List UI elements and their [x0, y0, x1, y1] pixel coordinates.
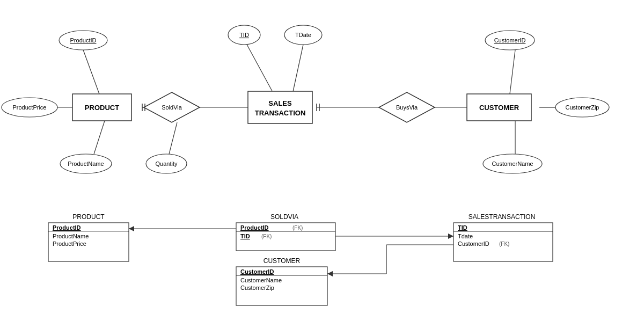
svg-line-5 — [169, 122, 177, 154]
tid-label: TID — [239, 32, 249, 38]
soldvia-tid: TID — [240, 233, 250, 239]
productprice-label: ProductPrice — [13, 104, 47, 111]
st-tdate: Tdate — [458, 233, 473, 239]
tdate-label: TDate — [295, 32, 311, 38]
productid-label: ProductID — [70, 37, 97, 43]
customer-table-title: CUSTOMER — [264, 257, 301, 265]
product-productname: ProductName — [53, 233, 89, 239]
customer-customerid: CustomerID — [240, 268, 274, 275]
soldvia-to-st-arrow — [448, 234, 453, 239]
product-productid: ProductID — [53, 224, 81, 231]
salestransaction-table-title: SALESTRANSACTION — [469, 213, 536, 221]
soldvia-productid: ProductID — [240, 224, 269, 231]
svg-line-2 — [94, 121, 105, 154]
customer-customerzip: CustomerZip — [240, 284, 274, 291]
soldvia-table-title: SOLDVIA — [270, 213, 298, 221]
product-entity-label: PRODUCT — [85, 104, 119, 112]
soldvia-to-product-arrow — [129, 226, 134, 231]
st-tid: TID — [458, 224, 467, 231]
er-diagram: ProductID ProductPrice ProductName TID T… — [0, 0, 644, 321]
svg-line-4 — [292, 45, 303, 94]
st-customerid: CustomerID — [458, 240, 489, 247]
customername-label: CustomerName — [492, 160, 533, 167]
st-to-customer-arrow — [327, 271, 333, 276]
soldvia-productid-fk: (FK) — [292, 225, 303, 231]
soldvia-label: SoldVia — [162, 104, 182, 111]
soldvia-tid-fk: (FK) — [261, 234, 272, 239]
product-productprice: ProductPrice — [53, 240, 86, 247]
buysvia-label: BuysVia — [396, 104, 418, 111]
svg-line-3 — [247, 45, 274, 94]
product-table-title: PRODUCT — [72, 213, 105, 221]
customer-entity-label: CUSTOMER — [479, 104, 519, 112]
quantity-label: Quantity — [156, 160, 178, 167]
sales-transaction-label1: SALES — [268, 99, 292, 107]
st-customerid-fk: (FK) — [499, 241, 509, 247]
customerzip-label: CustomerZip — [566, 104, 599, 111]
customer-customername: CustomerName — [240, 277, 282, 283]
sales-transaction-entity — [248, 91, 312, 123]
customerid-label: CustomerID — [494, 37, 526, 43]
svg-line-0 — [83, 50, 99, 94]
svg-line-6 — [510, 50, 515, 94]
productname-label: ProductName — [68, 160, 104, 167]
sales-transaction-label2: TRANSACTION — [255, 109, 306, 117]
